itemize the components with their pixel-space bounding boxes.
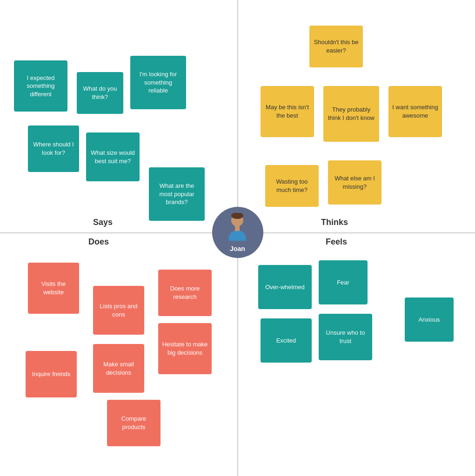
svg-rect-2 [235,225,240,231]
card-s4: Where should I look for? [28,126,79,172]
card-f5: Unsure who to trust [319,314,372,360]
card-s6: What are the most popular brands? [149,167,205,221]
card-d6: Inquire freinds [26,351,77,397]
card-d4: Make small decisions [93,344,144,393]
card-d5: Hesitate to make big decisions [158,323,212,374]
card-f3: Anxious [405,298,454,342]
avatar-circle: Joan [212,207,263,258]
avatar-name: Joan [230,245,245,252]
card-d2: Lists pros and cons [93,286,144,335]
card-s2: What do you think? [77,72,123,114]
card-d1: Visits the website [28,263,79,314]
card-d3: Does more research [158,270,212,316]
avatar-icon [225,213,250,243]
card-t1: Shouldn't this be easier? [309,26,363,67]
card-d7: Compare products [107,400,161,446]
card-t4: I want something awesome [388,86,442,137]
card-f1: Over-whelmed [258,265,312,309]
does-label: Does [88,237,109,247]
card-f2: Fear [319,260,368,304]
thinks-label: Thinks [321,218,348,227]
card-t6: What else am I missing? [328,160,381,205]
card-t3: They probably think I don't know [323,86,379,142]
card-s1: I expected something different [14,60,67,112]
card-s5: What size would best suit me? [86,132,140,181]
says-label: Says [93,218,113,227]
card-s3: I'm looking for something reliable [130,56,186,109]
card-f4: Excited [261,318,312,363]
feels-label: Feels [326,237,347,247]
card-t2: May be this isn't the best [261,86,314,137]
card-t5: Wasting too much time? [265,165,319,207]
